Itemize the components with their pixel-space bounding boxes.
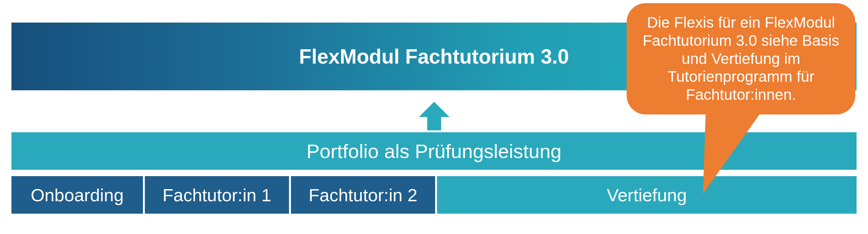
cell-vertiefung: Vertiefung	[437, 176, 857, 214]
callout-speech-bubble: Die Flexis für ein FlexModul Fachtutoriu…	[627, 3, 855, 130]
cell-fachtutor-2: Fachtutor:in 2	[291, 176, 437, 214]
portfolio-label: Portfolio als Prüfungsleistung	[307, 140, 561, 163]
arrow-head	[419, 102, 450, 117]
speech-bubble-tail-icon	[693, 105, 766, 194]
speech-bubble-body: Die Flexis für ein FlexModul Fachtutoriu…	[627, 3, 855, 114]
cell-fachtutor-1: Fachtutor:in 1	[145, 176, 291, 214]
cell-onboarding: Onboarding	[11, 176, 145, 214]
top-banner-title: FlexModul Fachtutorium 3.0	[299, 45, 569, 68]
arrow-shaft	[427, 117, 441, 132]
arrow-up-icon	[418, 102, 450, 134]
callout-text: Die Flexis für ein FlexModul Fachtutoriu…	[641, 14, 841, 104]
diagram-container: FlexModul Fachtutorium 3.0 Portfolio als…	[3, 3, 865, 231]
